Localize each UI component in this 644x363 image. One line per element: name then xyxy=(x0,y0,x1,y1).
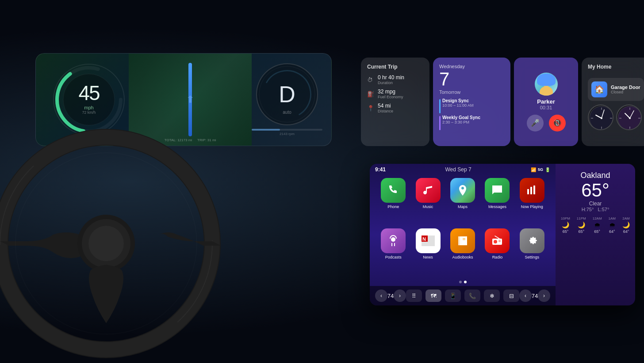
cal-date: 7 xyxy=(439,70,504,89)
event2-bar xyxy=(439,116,441,130)
maps-nav-button[interactable]: 🗺 xyxy=(426,290,441,302)
forecast-1am: 1AM 🌧 64° xyxy=(609,216,616,298)
svg-rect-30 xyxy=(498,240,501,241)
trip-widget: Current Trip ⏱ 0 hr 40 min Duration ⛽ 32… xyxy=(361,58,429,146)
fuel-icon: ⛽ xyxy=(367,91,374,97)
weather-range: H:75° L:57° xyxy=(561,207,630,212)
messages-app-label: Messages xyxy=(488,205,506,209)
app-settings[interactable]: Settings xyxy=(518,228,547,274)
news-app-icon: N xyxy=(416,228,441,253)
svg-rect-22 xyxy=(527,189,529,194)
app-radio[interactable]: Radio xyxy=(483,228,512,274)
trip-fuel: ⛽ 32 mpg Fuel Economy xyxy=(367,89,423,99)
trip-widget-title: Current Trip xyxy=(367,64,423,70)
phone-nav-button[interactable]: 📞 xyxy=(464,290,480,302)
trip-distance: 📍 54 mi Distance xyxy=(367,103,423,113)
end-call-button[interactable]: 📵 xyxy=(549,115,566,131)
home-nav-button[interactable]: ⠿ xyxy=(406,290,422,302)
messages-app-icon xyxy=(485,178,510,203)
forecast-12am: 12AM 🌧 65° xyxy=(593,216,602,298)
event2-time: 2:30 – 3:30 PM xyxy=(442,120,480,124)
signal-icon: 📶 xyxy=(531,167,536,172)
caller-avatar xyxy=(535,73,558,96)
speed-display: 45 mph 72 km/h xyxy=(78,81,99,115)
weather-low: L:57° xyxy=(598,207,610,212)
app-maps[interactable]: Maps xyxy=(448,178,477,223)
app-nowplaying[interactable]: Now Playing xyxy=(518,178,547,223)
widget-panel: Current Trip ⏱ 0 hr 40 min Duration ⛽ 32… xyxy=(352,58,644,146)
speed-number: 45 xyxy=(78,81,99,104)
svg-point-37 xyxy=(88,226,124,261)
calendar-widget: Wednesday 7 Tomorrow Design Sync 10:00 –… xyxy=(433,58,510,146)
settings-app-label: Settings xyxy=(525,255,540,259)
svg-rect-24 xyxy=(533,185,535,194)
fuel-label: Fuel Economy xyxy=(378,95,403,99)
carplay-nav-button[interactable]: 📱 xyxy=(445,290,461,302)
back-button-2[interactable]: ‹ xyxy=(519,290,532,302)
app-messages[interactable]: Messages xyxy=(483,178,512,223)
app-news[interactable]: N News xyxy=(413,228,442,274)
page-dot-2 xyxy=(464,281,467,283)
music-app-label: Music xyxy=(423,205,433,209)
analog-clock-2 xyxy=(616,104,642,130)
event1-time: 10:00 – 11:00 AM xyxy=(442,103,474,108)
settings-app-icon xyxy=(520,228,544,253)
podcasts-app-label: Podcasts xyxy=(385,255,402,259)
carplay-main: 9:41 Wed Sep 7 📶 5G 🔋 Phone xyxy=(370,164,556,305)
cal-event-2: Weekly Goal Sync 2:30 – 3:30 PM xyxy=(439,115,504,130)
news-app-label: News xyxy=(423,255,433,259)
analog-clock-1 xyxy=(588,104,613,130)
status-time: 9:41 xyxy=(375,166,386,173)
battery-icon: 🔋 xyxy=(545,167,550,172)
cal-event-1: Design Sync 10:00 – 11:00 AM xyxy=(439,98,504,113)
svg-rect-29 xyxy=(494,240,497,243)
helmet-icon xyxy=(537,73,556,86)
maps-app-label: Maps xyxy=(458,205,468,209)
distance-icon: 📍 xyxy=(367,105,374,112)
status-bar: 9:41 Wed Sep 7 📶 5G 🔋 xyxy=(370,164,556,174)
nowplaying-app-icon xyxy=(520,178,544,203)
speed-unit: mph xyxy=(78,105,99,110)
app-phone[interactable]: Phone xyxy=(379,178,408,223)
radio-app-icon xyxy=(485,228,510,253)
duration-value: 0 hr 40 min xyxy=(378,74,404,81)
weather-city: Oakland xyxy=(561,171,630,180)
page-dot-1 xyxy=(459,281,462,283)
weather-forecast: 10PM 🌙 65° 11PM 🌙 65° 12AM 🌧 65° 1AM 🌧 xyxy=(561,216,630,298)
bottom-nav: ⠿ 🗺 📱 📞 ❄ ⊟ xyxy=(406,290,519,302)
back-button[interactable]: ‹ xyxy=(375,290,387,302)
event2-name: Weekly Goal Sync xyxy=(442,115,480,120)
duration-label: Duration xyxy=(378,81,404,85)
garage-door[interactable]: 🏠 Garage Door Closed xyxy=(588,78,644,101)
svg-point-25 xyxy=(391,237,395,242)
app-audiobooks[interactable]: Audiobooks xyxy=(448,228,477,274)
steering-wheel-container xyxy=(0,111,318,363)
maps-app-icon xyxy=(450,178,475,203)
forecast-11pm: 11PM 🌙 65° xyxy=(577,216,586,298)
call-controls: 🎤 📵 xyxy=(527,115,566,131)
weather-condition: Clear xyxy=(561,201,630,207)
temperature-display-2: 74 xyxy=(532,293,538,299)
podcasts-app-icon xyxy=(381,228,406,253)
home-clocks xyxy=(588,104,644,130)
garage-name: Garage Door xyxy=(611,85,640,90)
weather-temperature: 65° xyxy=(561,180,630,201)
steering-wheel-svg xyxy=(0,111,318,363)
carplay-screen: 9:41 Wed Sep 7 📶 5G 🔋 Phone xyxy=(370,164,635,305)
app-music[interactable]: Music xyxy=(413,178,442,223)
temperature-display: 74 xyxy=(387,293,394,299)
forward-button[interactable]: › xyxy=(394,290,406,302)
clock-icon: ⏱ xyxy=(367,77,374,83)
fan-nav-button[interactable]: ❄ xyxy=(484,290,500,302)
weather-sidebar: Oakland 65° Clear H:75° L:57° 10PM 🌙 65°… xyxy=(556,164,635,305)
media-nav-button[interactable]: ⊟ xyxy=(503,290,519,302)
mute-button[interactable]: 🎤 xyxy=(527,115,544,131)
weather-high: H:75° xyxy=(582,207,594,212)
trip-duration: ⏱ 0 hr 40 min Duration xyxy=(367,74,423,85)
forward-button-2[interactable]: › xyxy=(538,290,550,302)
forecast-2am: 2AM 🌙 64° xyxy=(622,216,630,298)
app-podcasts[interactable]: Podcasts xyxy=(379,228,408,274)
caller-name: Parker xyxy=(537,98,555,105)
app-grid: Phone Music Maps xyxy=(370,174,556,278)
home-widget: My Home 🏠 Garage Door Closed xyxy=(582,58,644,146)
